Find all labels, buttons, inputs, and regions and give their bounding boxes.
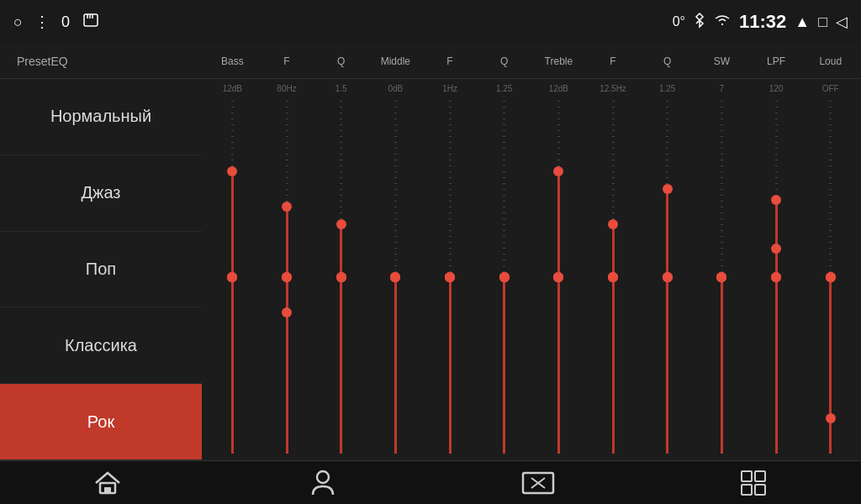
nav-screen[interactable]	[513, 465, 563, 501]
eq-header-q: Q	[477, 55, 531, 67]
slider-dot-normal-0[interactable]	[227, 166, 237, 176]
eq-slider-col-7[interactable]	[586, 101, 641, 454]
svg-rect-5	[104, 487, 111, 493]
eq-slider-col-11[interactable]	[803, 101, 858, 454]
preset-item-pop[interactable]: Поп	[0, 232, 202, 308]
eq-column-headers: BassFQMiddleFQTrebleFQSWLPFLoud	[202, 44, 861, 79]
bluetooth-icon	[694, 12, 705, 32]
number-display: 0	[61, 13, 70, 31]
bottom-nav	[0, 460, 861, 504]
slider-dot-rock-10[interactable]	[771, 272, 781, 282]
eq-header-q: Q	[640, 55, 695, 67]
eq-slider-col-8[interactable]	[640, 101, 695, 454]
eq-header-sw: SW	[695, 55, 749, 67]
slider-dot-rock-9[interactable]	[716, 272, 726, 282]
window-icon[interactable]: □	[818, 13, 827, 31]
eq-header-loud: Loud	[803, 55, 858, 67]
slider-dot-rock-2[interactable]	[336, 272, 346, 282]
slider-dot-pop-10[interactable]	[771, 244, 781, 254]
eq-slider-col-10[interactable]	[749, 101, 804, 454]
eq-slider-col-2[interactable]	[314, 101, 368, 454]
eq-header-lpf: LPF	[749, 55, 804, 67]
eq-sliders-container	[202, 79, 861, 460]
svg-rect-10	[742, 485, 752, 495]
slider-dot-rock-7[interactable]	[608, 272, 618, 282]
preset-item-normal[interactable]: Нормальный	[0, 79, 202, 155]
menu-icon[interactable]: ⋮	[34, 13, 50, 31]
slider-dot-classic-1[interactable]	[282, 307, 292, 318]
preset-item-classic[interactable]: Классика	[0, 307, 202, 384]
slider-dot-rock-5[interactable]	[499, 272, 510, 282]
eq-slider-col-9[interactable]	[695, 101, 749, 454]
sd-icon	[82, 11, 100, 33]
slider-dot-rock-1[interactable]	[282, 272, 292, 282]
slider-dot-jazz-10[interactable]	[771, 195, 781, 205]
slider-dot-classic-11[interactable]	[826, 272, 836, 282]
eq-header-f: F	[260, 55, 314, 67]
eq-header-bass: Bass	[205, 55, 260, 67]
slider-dot-rock-6[interactable]	[553, 272, 563, 282]
slider-dot-rock-11[interactable]	[826, 413, 836, 423]
eject-icon: ▲	[795, 13, 810, 31]
eq-slider-col-5[interactable]	[477, 101, 531, 454]
eq-slider-col-4[interactable]	[423, 101, 478, 454]
eq-slider-col-3[interactable]	[368, 101, 423, 454]
eq-header-middle: Middle	[368, 55, 423, 67]
eq-slider-col-0[interactable]	[205, 101, 260, 454]
slider-dot-rock-8[interactable]	[663, 272, 673, 282]
eq-slider-col-1[interactable]	[260, 101, 314, 454]
eq-header-f: F	[586, 55, 641, 67]
preset-sidebar: PresetEQ Нормальный Джаз Поп Классика Ро…	[0, 44, 202, 460]
slider-dot-rock-0[interactable]	[227, 272, 237, 282]
nav-home[interactable]	[82, 465, 133, 501]
back-icon[interactable]: ◁	[836, 13, 848, 31]
svg-rect-8	[742, 471, 752, 481]
slider-dot-normal-6[interactable]	[553, 166, 563, 176]
preset-item-rock[interactable]: Рок	[0, 384, 202, 460]
status-bar: ○ ⋮ 0 0° 11:32 ▲ □	[0, 0, 861, 44]
eq-header-treble: Treble	[531, 55, 586, 67]
slider-dot-rock-3[interactable]	[390, 272, 400, 282]
time-display: 11:32	[739, 11, 786, 33]
svg-rect-11	[755, 485, 765, 495]
nav-grid[interactable]	[728, 465, 779, 501]
eq-header-f: F	[423, 55, 478, 67]
nav-person[interactable]	[298, 465, 348, 501]
main-content: PresetEQ Нормальный Джаз Поп Классика Ро…	[0, 44, 861, 460]
temp-display: 0°	[673, 14, 685, 29]
eq-header-q: Q	[314, 55, 368, 67]
slider-dot-pop-2[interactable]	[336, 219, 346, 229]
circle-icon: ○	[13, 13, 23, 31]
preset-item-jazz[interactable]: Джаз	[0, 155, 202, 232]
svg-rect-9	[755, 471, 765, 481]
slider-dot-rock-4[interactable]	[445, 272, 455, 282]
preset-eq-label: PresetEQ	[0, 44, 202, 79]
svg-point-6	[317, 471, 329, 483]
svg-rect-0	[84, 14, 98, 26]
slider-dot-normal-8[interactable]	[663, 184, 673, 194]
eq-slider-col-6[interactable]	[531, 101, 586, 454]
wifi-icon	[714, 13, 731, 31]
slider-dot-jazz-1[interactable]	[282, 202, 292, 212]
eq-body: 12dB80Hz1.50dB1Hz1.2512dB12.5Hz1.257120O…	[202, 79, 861, 460]
eq-area: BassFQMiddleFQTrebleFQSWLPFLoud 12dB80Hz…	[202, 44, 861, 460]
slider-dot-jazz-7[interactable]	[608, 219, 618, 229]
